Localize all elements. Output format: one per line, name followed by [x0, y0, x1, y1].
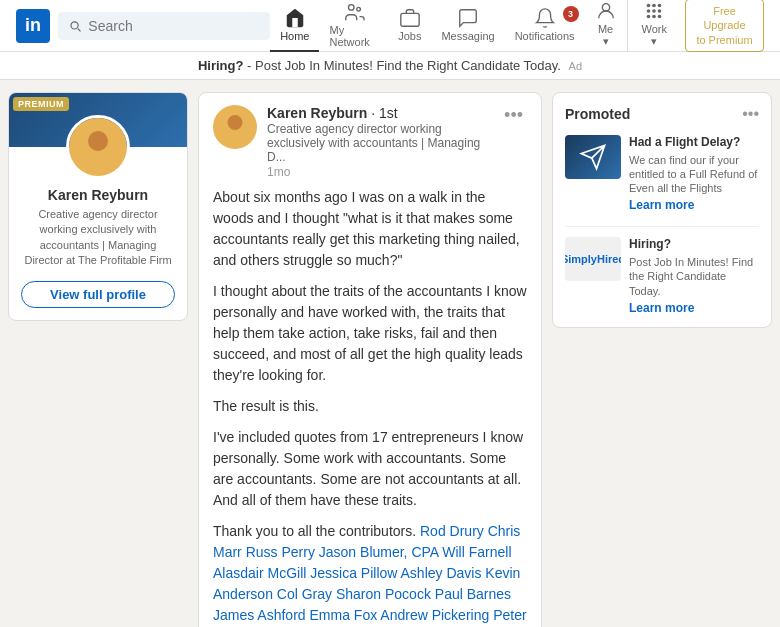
nav-item-jobs[interactable]: Jobs: [388, 0, 431, 52]
contributor-link[interactable]: Andrew Pickering: [380, 607, 489, 623]
nav-item-messaging[interactable]: Messaging: [431, 0, 504, 52]
post-author-name[interactable]: Karen Reyburn · 1st: [267, 105, 490, 121]
linkedin-logo[interactable]: in: [16, 9, 50, 43]
simply-hired-label: SimplyHired: [565, 253, 621, 265]
post-time: 1mo: [267, 165, 490, 179]
work-icon: [643, 1, 665, 23]
post-author-description: Creative agency director working exclusi…: [267, 122, 490, 164]
flight-learn-more-button[interactable]: Learn more: [629, 198, 759, 212]
nav-item-work[interactable]: Work ▾: [627, 0, 677, 52]
post-avatar-icon: [217, 109, 253, 145]
notification-badge: 3: [563, 6, 579, 22]
contributor-link[interactable]: Jason Blumer, CPA: [319, 544, 439, 560]
svg-point-7: [647, 9, 651, 13]
promoted-item-flight: Had a Flight Delay? We can find our if y…: [565, 135, 759, 212]
home-icon: [284, 8, 306, 30]
hiring-ad-title: Hiring?: [629, 237, 759, 253]
hiring-learn-more-button[interactable]: Learn more: [629, 301, 759, 315]
post-author-avatar[interactable]: [213, 105, 257, 149]
nav-label-messaging: Messaging: [441, 30, 494, 42]
svg-point-11: [652, 15, 656, 19]
nav-label-home: Home: [280, 30, 309, 42]
contributor-link[interactable]: Ashley Davis: [401, 565, 482, 581]
post-contributors: Thank you to all the contributors. Rod D…: [213, 521, 527, 627]
svg-point-0: [348, 4, 354, 10]
contributor-link[interactable]: James Ashford: [213, 607, 306, 623]
nav-label-work: Work: [642, 23, 667, 35]
svg-point-3: [602, 4, 609, 11]
premium-line2: to Premium: [696, 33, 752, 47]
contributor-link[interactable]: Jessica Pillow: [310, 565, 397, 581]
plane-icon: [579, 143, 607, 171]
nav-items: Home My Network Jobs Messaging: [270, 0, 764, 52]
nav-item-my-network[interactable]: My Network: [319, 0, 388, 52]
nav-label-me: Me: [598, 23, 613, 35]
nav-item-home[interactable]: Home: [270, 0, 319, 52]
feed: Karen Reyburn · 1st Creative agency dire…: [198, 92, 542, 627]
contributor-link[interactable]: Will Farnell: [442, 544, 511, 560]
hiring-banner: Hiring? - Post Job In Minutes! Find the …: [0, 52, 780, 80]
contributor-link[interactable]: Rod Drury: [420, 523, 484, 539]
flight-delay-image: [565, 135, 621, 179]
me-icon: [595, 1, 617, 23]
post-author-info: Karen Reyburn · 1st Creative agency dire…: [267, 105, 490, 179]
svg-rect-2: [401, 13, 419, 26]
contributor-link[interactable]: Russ Perry: [246, 544, 315, 560]
premium-line1: Free Upgrade: [696, 4, 753, 33]
contributor-link[interactable]: Sharon Pocock: [336, 586, 431, 602]
nav-item-notifications[interactable]: 3 Notifications: [505, 0, 585, 52]
promoted-divider: [565, 226, 759, 227]
top-navigation: in Home My Network Jobs: [0, 0, 780, 52]
profile-description: Creative agency director working exclusi…: [9, 207, 187, 269]
jobs-icon: [399, 8, 421, 30]
svg-point-6: [658, 4, 662, 8]
post-header: Karen Reyburn · 1st Creative agency dire…: [199, 93, 541, 187]
search-bar[interactable]: [58, 12, 270, 40]
nav-label-notifications: Notifications: [515, 30, 575, 42]
promoted-header: Promoted •••: [565, 105, 759, 123]
search-input[interactable]: [88, 18, 260, 34]
nav-item-me[interactable]: Me ▾: [585, 0, 627, 52]
messaging-icon: [457, 8, 479, 30]
profile-name: Karen Reyburn: [9, 187, 187, 203]
premium-badge: PREMIUM: [13, 97, 69, 111]
contributor-link[interactable]: Paul Barnes: [435, 586, 511, 602]
svg-point-4: [647, 4, 651, 8]
contributor-link[interactable]: Col Gray: [277, 586, 332, 602]
simply-hired-image: SimplyHired: [565, 237, 621, 281]
promoted-img-flight: [565, 135, 621, 179]
svg-point-10: [647, 15, 651, 19]
right-sidebar: Promoted ••• Had a Flight Delay? We can …: [552, 92, 772, 627]
post-author-degree: · 1st: [371, 105, 397, 121]
svg-point-9: [658, 9, 662, 13]
post-paragraph-1: About six months ago I was on a walk in …: [213, 187, 527, 271]
hiring-ad-desc: Post Job In Minutes! Find the Right Cand…: [629, 255, 759, 298]
post-more-button[interactable]: •••: [500, 105, 527, 126]
svg-point-5: [652, 4, 656, 8]
ad-label: Ad: [569, 60, 582, 72]
view-full-profile-button[interactable]: View full profile: [21, 281, 175, 308]
post-card: Karen Reyburn · 1st Creative agency dire…: [198, 92, 542, 627]
contributor-link[interactable]: Alasdair McGill: [213, 565, 306, 581]
notifications-icon: [534, 8, 556, 30]
post-content: About six months ago I was on a walk in …: [199, 187, 541, 627]
svg-point-14: [228, 115, 243, 130]
promoted-item-hiring: SimplyHired Hiring? Post Job In Minutes!…: [565, 237, 759, 314]
nav-label-jobs: Jobs: [398, 30, 421, 42]
contributor-link[interactable]: Emma Fox: [310, 607, 378, 623]
hiring-text: - Post Job In Minutes! Find the Right Ca…: [247, 58, 561, 73]
svg-point-12: [658, 15, 662, 19]
avatar-person-icon: [74, 123, 122, 171]
post-paragraph-2: I thought about the traits of the accoun…: [213, 281, 527, 386]
thanks-text: Thank you to all the contributors.: [213, 523, 416, 539]
left-sidebar: PREMIUM Karen Reyburn Creative agency di…: [8, 92, 188, 627]
svg-point-13: [88, 131, 108, 151]
premium-upgrade-button[interactable]: Free Upgrade to Premium: [685, 0, 764, 52]
promoted-text-hiring: Hiring? Post Job In Minutes! Find the Ri…: [629, 237, 759, 314]
promoted-more-button[interactable]: •••: [742, 105, 759, 123]
promoted-text-flight: Had a Flight Delay? We can find our if y…: [629, 135, 759, 212]
flight-ad-desc: We can find our if your entitled to a Fu…: [629, 153, 759, 196]
main-layout: PREMIUM Karen Reyburn Creative agency di…: [0, 80, 780, 627]
post-paragraph-3: The result is this.: [213, 396, 527, 417]
network-icon: [343, 2, 365, 24]
